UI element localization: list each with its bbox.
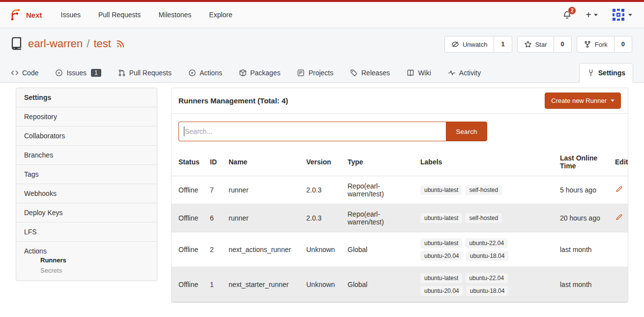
repo-name-link[interactable]: test xyxy=(93,37,111,50)
repo-owner-link[interactable]: earl-warren xyxy=(28,37,83,50)
plus-icon: + xyxy=(585,9,591,21)
fork-icon xyxy=(584,40,591,48)
tab-label: Packages xyxy=(250,69,280,77)
settings-sidebar: SettingsRepositoryCollaboratorsBranchesT… xyxy=(16,88,157,281)
tab-activity[interactable]: Activity xyxy=(447,63,482,82)
notification-count-badge: 2 xyxy=(568,6,576,15)
notifications-button[interactable]: 2 xyxy=(562,10,572,20)
runner-row: Offline1next_starter_runnerUnknownGlobal… xyxy=(172,267,628,302)
runner-version: Unknown xyxy=(301,267,343,302)
unwatch-button[interactable]: Unwatch xyxy=(445,36,494,52)
create-new-runner-button[interactable]: Create new Runner xyxy=(545,93,621,109)
search-input[interactable] xyxy=(178,122,446,141)
runners-table: StatusIDNameVersionTypeLabelsLast Online… xyxy=(172,148,628,302)
tab-code[interactable]: Code xyxy=(10,63,39,82)
runner-status: Offline xyxy=(172,176,205,204)
sidebar-item-deploy-keys[interactable]: Deploy Keys xyxy=(16,203,157,222)
runner-version: 2.0.3 xyxy=(301,204,343,232)
unwatch-label: Unwatch xyxy=(463,41,488,48)
runner-last-online: last month xyxy=(555,267,610,302)
fork-button[interactable]: Fork xyxy=(577,36,614,52)
tab-settings[interactable]: Settings xyxy=(579,63,633,83)
sidebar-item-tags[interactable]: Tags xyxy=(16,164,157,184)
search-button[interactable]: Search xyxy=(446,122,487,141)
edit-runner-icon[interactable] xyxy=(615,186,622,193)
rss-feed-icon[interactable] xyxy=(116,39,125,48)
runner-label: ubuntu-18.04 xyxy=(466,286,509,296)
brand-label: Next xyxy=(26,11,42,19)
tab-actions[interactable]: Actions xyxy=(187,63,223,82)
runner-labels: ubuntu-latestself-hosted xyxy=(420,213,519,223)
home-logo-link[interactable]: Next xyxy=(9,8,42,21)
runner-status: Offline xyxy=(172,232,205,267)
nav-link-milestones[interactable]: Milestones xyxy=(158,11,191,19)
runner-label: ubuntu-latest xyxy=(420,273,462,283)
tab-label: Settings xyxy=(598,69,625,77)
runner-last-online: 20 hours ago xyxy=(555,204,610,232)
pull-request-icon xyxy=(118,69,126,77)
sidebar-item-collaborators[interactable]: Collaborators xyxy=(16,126,157,145)
runner-label: ubuntu-18.04 xyxy=(466,251,509,261)
sidebar-subitem-secrets[interactable]: Secrets xyxy=(24,265,149,276)
runner-label: self-hosted xyxy=(465,185,502,195)
runner-edit-cell xyxy=(610,267,628,302)
runner-labels: ubuntu-latestubuntu-22.04ubuntu-20.04ubu… xyxy=(420,273,519,296)
tab-issues[interactable]: Issues1 xyxy=(54,63,102,82)
nav-links: IssuesPull RequestsMilestonesExplore xyxy=(61,11,233,19)
column-header-last-online-time: Last Online Time xyxy=(555,148,610,176)
nav-link-pull-requests[interactable]: Pull Requests xyxy=(98,11,141,19)
tab-label: Pull Requests xyxy=(129,69,172,77)
page-content: SettingsRepositoryCollaboratorsBranchesT… xyxy=(0,83,644,303)
table-header-row: StatusIDNameVersionTypeLabelsLast Online… xyxy=(172,148,628,176)
column-header-labels: Labels xyxy=(415,148,555,176)
text-cursor xyxy=(184,127,184,136)
forks-count[interactable]: 0 xyxy=(614,36,632,52)
runner-labels: ubuntu-latestself-hosted xyxy=(420,185,519,195)
sidebar-item-webhooks[interactable]: Webhooks xyxy=(16,184,157,203)
sidebar-item-repository[interactable]: Repository xyxy=(16,107,157,126)
stars-count[interactable]: 0 xyxy=(554,36,571,52)
search-row: Search xyxy=(172,114,628,148)
sidebar-subitem-runners[interactable]: Runners xyxy=(24,255,149,265)
create-new-runner-label: Create new Runner xyxy=(551,97,607,104)
package-icon xyxy=(239,69,247,77)
runner-version: 2.0.3 xyxy=(301,176,343,204)
sidebar-item-branches[interactable]: Branches xyxy=(16,145,157,164)
tab-label: Actions xyxy=(200,69,222,77)
tab-releases[interactable]: Releases xyxy=(349,63,391,82)
runner-row: Offline7runner2.0.3Repo(earl-warren/test… xyxy=(172,176,628,204)
sidebar-actions-label: Actions xyxy=(24,247,149,255)
tag-icon xyxy=(350,69,358,77)
top-navbar: Next IssuesPull RequestsMilestonesExplor… xyxy=(0,2,644,28)
runner-edit-cell xyxy=(610,176,628,204)
tab-wiki[interactable]: Wiki xyxy=(406,63,432,82)
sidebar-item-lfs[interactable]: LFS xyxy=(16,222,157,241)
runners-panel: Runners Management (Total: 4) Create new… xyxy=(171,88,628,303)
column-header-edit: Edit xyxy=(610,148,628,176)
create-new-menu[interactable]: + xyxy=(585,9,598,21)
nav-link-explore[interactable]: Explore xyxy=(209,11,232,19)
runner-type: Global xyxy=(343,267,415,302)
user-menu[interactable] xyxy=(612,8,632,22)
chevron-down-icon xyxy=(611,99,615,102)
column-header-id: ID xyxy=(205,148,224,176)
edit-runner-icon[interactable] xyxy=(615,214,622,221)
runner-label: ubuntu-22.04 xyxy=(465,238,508,248)
watchers-count[interactable]: 1 xyxy=(494,36,511,52)
runner-id: 1 xyxy=(205,267,224,302)
column-header-version: Version xyxy=(301,148,343,176)
tab-label: Issues xyxy=(66,69,86,77)
issue-icon xyxy=(55,69,63,77)
runner-label: self-hosted xyxy=(465,213,502,223)
column-header-name: Name xyxy=(224,148,301,176)
pulse-icon xyxy=(448,69,456,77)
runner-type: Repo(earl-warren/test) xyxy=(343,204,415,232)
tab-projects[interactable]: Projects xyxy=(296,63,334,82)
star-button[interactable]: Star xyxy=(518,36,554,52)
tab-label: Wiki xyxy=(418,69,431,77)
star-icon xyxy=(524,40,532,48)
sidebar-item-actions[interactable]: ActionsRunnersSecrets xyxy=(16,241,157,281)
tab-packages[interactable]: Packages xyxy=(238,63,281,82)
nav-link-issues[interactable]: Issues xyxy=(61,11,81,19)
tab-pull-requests[interactable]: Pull Requests xyxy=(117,63,173,82)
